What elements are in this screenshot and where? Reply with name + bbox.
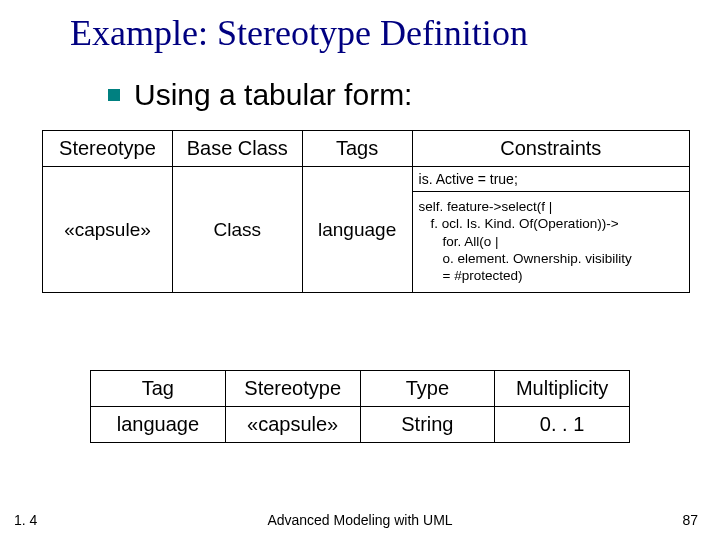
cell-base-class: Class <box>172 167 302 293</box>
constraint-line: self. feature->select(f | <box>419 199 553 214</box>
th-constraints: Constraints <box>412 131 689 167</box>
cell-type: String <box>360 407 495 443</box>
page-number: 87 <box>682 512 698 528</box>
cell-multiplicity: 0. . 1 <box>495 407 630 443</box>
footer-center: Advanced Modeling with UML <box>0 512 720 528</box>
constraint-line: = #protected) <box>443 268 523 283</box>
square-bullet-icon <box>108 89 120 101</box>
bullet-row: Using a tabular form: <box>108 78 412 112</box>
table-header-row: Stereotype Base Class Tags Constraints <box>43 131 690 167</box>
tag-table: Tag Stereotype Type Multiplicity languag… <box>90 370 630 443</box>
table-row: «capsule» Class language is. Active = tr… <box>43 167 690 192</box>
slide-title: Example: Stereotype Definition <box>70 12 528 54</box>
slide: Example: Stereotype Definition Using a t… <box>0 0 720 540</box>
cell-tag: language <box>91 407 226 443</box>
stereotype-table: Stereotype Base Class Tags Constraints «… <box>42 130 690 293</box>
th-tag: Tag <box>91 371 226 407</box>
th-base-class: Base Class <box>172 131 302 167</box>
th-stereotype2: Stereotype <box>225 371 360 407</box>
table-header-row: Tag Stereotype Type Multiplicity <box>91 371 630 407</box>
th-stereotype: Stereotype <box>43 131 173 167</box>
th-tags: Tags <box>302 131 412 167</box>
cell-tags: language <box>302 167 412 293</box>
cell-constraint-body: self. feature->select(f | f. ocl. Is. Ki… <box>412 192 689 293</box>
constraint-line: f. ocl. Is. Kind. Of(Operation))-> <box>431 216 619 231</box>
cell-stereotype2: «capsule» <box>225 407 360 443</box>
table-row: language «capsule» String 0. . 1 <box>91 407 630 443</box>
th-type: Type <box>360 371 495 407</box>
constraint-line: o. element. Ownership. visibility <box>443 251 632 266</box>
bullet-text: Using a tabular form: <box>134 78 412 112</box>
cell-constraint-active: is. Active = true; <box>412 167 689 192</box>
cell-stereotype: «capsule» <box>43 167 173 293</box>
th-multiplicity: Multiplicity <box>495 371 630 407</box>
constraint-line: for. All(o | <box>443 234 499 249</box>
